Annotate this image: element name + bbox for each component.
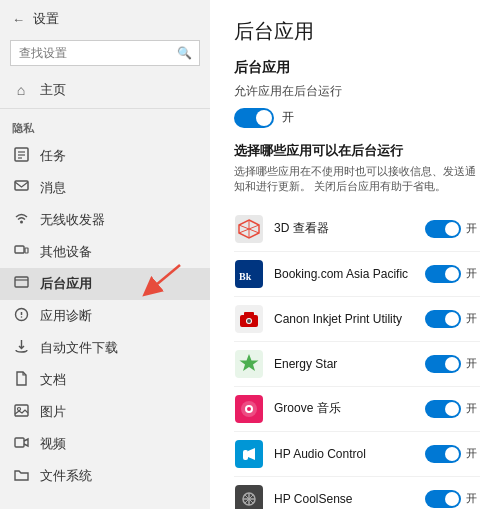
app-toggle-canon[interactable]: 开 [425, 310, 480, 328]
svg-point-27 [247, 319, 251, 323]
app-name-3d-viewer: 3D 查看器 [274, 220, 415, 237]
sidebar-item-messages[interactable]: 消息 [0, 172, 210, 204]
toggle-label-3d-viewer: 开 [466, 221, 480, 236]
app-name-groove: Groove 音乐 [274, 400, 415, 417]
toggle-booking[interactable] [425, 265, 461, 283]
svg-point-14 [17, 408, 20, 411]
sidebar-item-other-devices-label: 其他设备 [40, 243, 92, 261]
app-toggle-hp-coolsense[interactable]: 开 [425, 490, 480, 508]
toggle-label-hp-audio: 开 [466, 446, 480, 461]
bg-apps-icon [12, 275, 30, 293]
toggle-label-hp-coolsense: 开 [466, 491, 480, 506]
toggle-hp-audio[interactable] [425, 445, 461, 463]
toggle-label-canon: 开 [466, 311, 480, 326]
svg-rect-15 [15, 438, 24, 447]
app-icon-groove [234, 394, 264, 424]
sidebar-item-wireless-label: 无线收发器 [40, 211, 105, 229]
toggle-groove[interactable] [425, 400, 461, 418]
search-input[interactable] [10, 40, 200, 66]
main-toggle-label: 开 [282, 109, 294, 126]
svg-rect-35 [243, 450, 248, 460]
app-icon-hp-audio [234, 439, 264, 469]
sidebar-section-privacy: 隐私 [0, 115, 210, 140]
sidebar-item-filesystem-label: 文件系统 [40, 467, 92, 485]
sidebar-item-tasks[interactable]: 任务 [0, 140, 210, 172]
app-name-booking: Booking.com Asia Pacific [274, 267, 415, 281]
app-row-booking: Bk Booking.com Asia Pacific 开 [234, 252, 480, 297]
app-toggle-groove[interactable]: 开 [425, 400, 480, 418]
app-toggle-3d-viewer[interactable]: 开 [425, 220, 480, 238]
app-row-hp-coolsense: HP CoolSense 开 [234, 477, 480, 509]
app-name-hp-audio: HP Audio Control [274, 447, 415, 461]
toggle-label-groove: 开 [466, 401, 480, 416]
sidebar-item-app-diag-label: 应用诊断 [40, 307, 92, 325]
sidebar-item-auto-download[interactable]: 自动文件下载 [0, 332, 210, 364]
sidebar-item-videos-label: 视频 [40, 435, 66, 453]
sidebar: ← 设置 🔍 ⌂ 主页 隐私 任务 消息 无线收发器 其他设备 [0, 0, 210, 509]
app-row-3d-viewer: 3D 查看器 开 [234, 207, 480, 252]
sidebar-item-tasks-label: 任务 [40, 147, 66, 165]
back-icon[interactable]: ← [12, 12, 25, 27]
app-icon-booking: Bk [234, 259, 264, 289]
sidebar-item-videos[interactable]: 视频 [0, 428, 210, 460]
svg-rect-8 [15, 277, 28, 287]
app-icon-energy-star [234, 349, 264, 379]
auto-download-icon [12, 339, 30, 357]
sidebar-item-app-diag[interactable]: 应用诊断 [0, 300, 210, 332]
svg-point-33 [247, 407, 251, 411]
main-toggle-row: 开 [234, 108, 480, 128]
app-toggle-energy-star[interactable]: 开 [425, 355, 480, 373]
app-toggle-hp-audio[interactable]: 开 [425, 445, 480, 463]
toggle-canon[interactable] [425, 310, 461, 328]
sidebar-divider [0, 108, 210, 109]
app-row-energy-star: Energy Star 开 [234, 342, 480, 387]
toggle-3d-viewer[interactable] [425, 220, 461, 238]
sidebar-header: ← 设置 [0, 0, 210, 36]
videos-icon [12, 435, 30, 453]
sidebar-item-bg-apps-label: 后台应用 [40, 275, 92, 293]
sidebar-item-documents[interactable]: 文档 [0, 364, 210, 396]
section2-desc: 选择哪些应用在不使用时也可以接收信息、发送通知和进行更新。 关闭后台应用有助于省… [234, 164, 480, 195]
sidebar-item-pictures[interactable]: 图片 [0, 396, 210, 428]
toggle-energy-star[interactable] [425, 355, 461, 373]
app-name-hp-coolsense: HP CoolSense [274, 492, 415, 506]
search-box: 🔍 [10, 40, 200, 66]
toggle-hp-coolsense[interactable] [425, 490, 461, 508]
svg-point-12 [20, 316, 22, 318]
app-toggle-booking[interactable]: 开 [425, 265, 480, 283]
app-row-groove: Groove 音乐 开 [234, 387, 480, 432]
sidebar-item-home-label: 主页 [40, 81, 66, 99]
app-row-hp-audio: HP Audio Control 开 [234, 432, 480, 477]
sidebar-item-documents-label: 文档 [40, 371, 66, 389]
svg-text:Bk: Bk [239, 271, 252, 282]
sidebar-item-wireless[interactable]: 无线收发器 [0, 204, 210, 236]
tasks-icon [12, 147, 30, 165]
messages-icon [12, 179, 30, 197]
svg-rect-6 [15, 246, 24, 253]
app-icon-hp-coolsense [234, 484, 264, 509]
main-toggle[interactable] [234, 108, 274, 128]
app-icon-canon [234, 304, 264, 334]
search-icon: 🔍 [177, 46, 192, 60]
documents-icon [12, 371, 30, 389]
app-icon-3d-viewer [234, 214, 264, 244]
sidebar-item-background-apps[interactable]: 后台应用 [0, 268, 210, 300]
wireless-icon [12, 211, 30, 229]
sidebar-item-filesystem[interactable]: 文件系统 [0, 460, 210, 492]
app-list: 3D 查看器 开 Bk Booking.com Asia Pacific 开 C… [234, 207, 480, 509]
app-name-canon: Canon Inkjet Print Utility [274, 312, 415, 326]
page-title: 后台应用 [234, 18, 480, 45]
app-name-energy-star: Energy Star [274, 357, 415, 371]
sidebar-item-auto-download-label: 自动文件下载 [40, 339, 118, 357]
section2-title: 选择哪些应用可以在后台运行 [234, 142, 480, 160]
svg-point-5 [20, 221, 23, 224]
section1-title: 后台应用 [234, 59, 480, 77]
sidebar-item-other-devices[interactable]: 其他设备 [0, 236, 210, 268]
svg-rect-7 [25, 248, 28, 253]
svg-rect-4 [15, 181, 28, 190]
sidebar-item-home[interactable]: ⌂ 主页 [0, 74, 210, 106]
allow-desc: 允许应用在后台运行 [234, 83, 480, 100]
sidebar-item-messages-label: 消息 [40, 179, 66, 197]
main-content: 后台应用 后台应用 允许应用在后台运行 开 选择哪些应用可以在后台运行 选择哪些… [210, 0, 500, 509]
sidebar-title: 设置 [33, 10, 59, 28]
